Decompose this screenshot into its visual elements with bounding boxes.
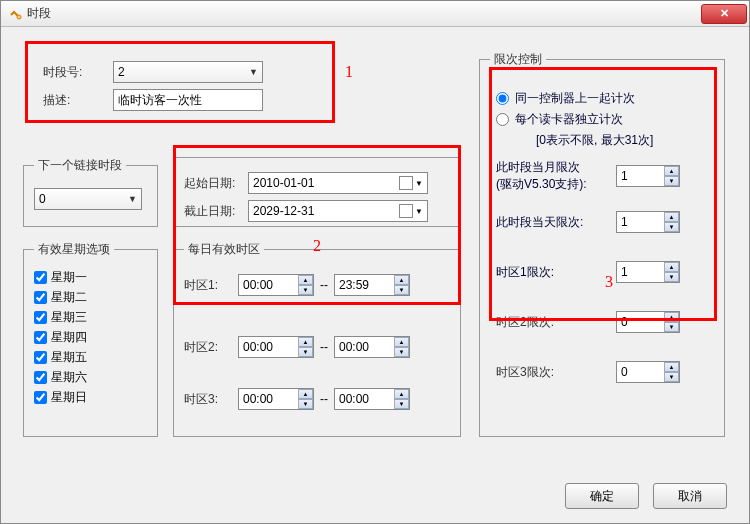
dash: -- <box>320 392 328 406</box>
spin-down-icon[interactable]: ▼ <box>665 372 679 382</box>
tz3-from[interactable]: 00:00▲▼ <box>238 388 314 410</box>
weekday-wed[interactable]: 星期三 <box>34 309 147 326</box>
period-no-value: 2 <box>118 65 125 79</box>
chevron-down-icon: ▼ <box>415 207 423 216</box>
weekday-checkbox[interactable] <box>34 371 47 384</box>
spin-down-icon[interactable]: ▼ <box>299 347 313 357</box>
spin-up-icon[interactable]: ▲ <box>665 312 679 322</box>
limit-hint: [0表示不限, 最大31次] <box>536 132 708 149</box>
tz3-to[interactable]: 00:00▲▼ <box>334 388 410 410</box>
limit-tz1-input[interactable]: 1▲▼ <box>616 261 680 283</box>
spin-up-icon[interactable]: ▲ <box>395 337 409 347</box>
spin-down-icon[interactable]: ▼ <box>395 347 409 357</box>
weekday-checkbox[interactable] <box>34 271 47 284</box>
end-date-label: 截止日期: <box>184 203 248 220</box>
weekday-checkbox[interactable] <box>34 311 47 324</box>
spin-up-icon[interactable]: ▲ <box>665 212 679 222</box>
timezones-group: 每日有效时区 时区1: 00:00▲▼ -- 23:59▲▼ 时区2: 00:0… <box>173 241 461 437</box>
next-link-combo[interactable]: 0 ▼ <box>34 188 142 210</box>
limit-opt-same[interactable]: 同一控制器上一起计次 <box>496 90 708 107</box>
svg-point-0 <box>17 15 21 19</box>
spin-down-icon[interactable]: ▼ <box>665 222 679 232</box>
titlebar: 时段 ✕ <box>1 1 749 27</box>
next-link-group: 下一个链接时段 0 ▼ <box>23 157 158 227</box>
weekday-fri[interactable]: 星期五 <box>34 349 147 366</box>
tz1-to[interactable]: 23:59▲▼ <box>334 274 410 296</box>
tz1-from[interactable]: 00:00▲▼ <box>238 274 314 296</box>
spin-down-icon[interactable]: ▼ <box>299 285 313 295</box>
spin-down-icon[interactable]: ▼ <box>299 399 313 409</box>
spin-up-icon[interactable]: ▲ <box>665 362 679 372</box>
footer: 确定 取消 <box>565 483 727 509</box>
desc-label: 描述: <box>43 92 113 109</box>
annotation-3: 3 <box>605 273 613 291</box>
spin-up-icon[interactable]: ▲ <box>395 275 409 285</box>
start-date-input[interactable]: 2010-01-01 ▼ <box>248 172 428 194</box>
limit-tz3-input[interactable]: 0▲▼ <box>616 361 680 383</box>
dash: -- <box>320 340 328 354</box>
radio[interactable] <box>496 92 509 105</box>
weekday-sat[interactable]: 星期六 <box>34 369 147 386</box>
tz2-label: 时区2: <box>184 339 238 356</box>
period-no-combo[interactable]: 2 ▼ <box>113 61 263 83</box>
tz1-label: 时区1: <box>184 277 238 294</box>
chevron-down-icon: ▼ <box>128 194 137 204</box>
spin-up-icon[interactable]: ▲ <box>395 389 409 399</box>
content: 时段号: 2 ▼ 描述: 下一个链接时段 0 ▼ 有效星期选项 星期一 星期 <box>1 27 749 523</box>
window-title: 时段 <box>27 5 701 22</box>
ok-button[interactable]: 确定 <box>565 483 639 509</box>
spin-up-icon[interactable]: ▲ <box>299 275 313 285</box>
window: 时段 ✕ 时段号: 2 ▼ 描述: 下一个链接时段 0 ▼ <box>0 0 750 524</box>
weekday-sun[interactable]: 星期日 <box>34 389 147 406</box>
spin-up-icon[interactable]: ▲ <box>299 389 313 399</box>
tz3-label: 时区3: <box>184 391 238 408</box>
cancel-button[interactable]: 取消 <box>653 483 727 509</box>
limit-day-label: 此时段当天限次: <box>496 214 616 231</box>
limit-tz2-label: 时区2限次: <box>496 314 616 331</box>
limit-tz3-label: 时区3限次: <box>496 364 616 381</box>
weekday-checkbox[interactable] <box>34 351 47 364</box>
annotation-1: 1 <box>345 63 353 81</box>
spin-up-icon[interactable]: ▲ <box>665 262 679 272</box>
next-link-legend: 下一个链接时段 <box>34 157 126 174</box>
end-date-input[interactable]: 2029-12-31 ▼ <box>248 200 428 222</box>
limit-month-input[interactable]: 1▲▼ <box>616 165 680 187</box>
spin-down-icon[interactable]: ▼ <box>395 285 409 295</box>
weekday-checkbox[interactable] <box>34 291 47 304</box>
chevron-down-icon: ▼ <box>249 67 258 77</box>
app-icon <box>7 6 23 22</box>
next-link-value: 0 <box>39 192 46 206</box>
weekdays-legend: 有效星期选项 <box>34 241 114 258</box>
limit-month-label: 此时段当月限次 (驱动V5.30支持): <box>496 159 616 193</box>
spin-down-icon[interactable]: ▼ <box>665 272 679 282</box>
spin-down-icon[interactable]: ▼ <box>665 322 679 332</box>
close-icon: ✕ <box>720 7 729 20</box>
desc-input[interactable] <box>113 89 263 111</box>
timezones-legend: 每日有效时区 <box>184 241 264 258</box>
start-date-label: 起始日期: <box>184 175 248 192</box>
weekday-checkbox[interactable] <box>34 391 47 404</box>
spin-down-icon[interactable]: ▼ <box>395 399 409 409</box>
limit-day-input[interactable]: 1▲▼ <box>616 211 680 233</box>
limit-tz2-input[interactable]: 0▲▼ <box>616 311 680 333</box>
tz2-to[interactable]: 00:00▲▼ <box>334 336 410 358</box>
spin-up-icon[interactable]: ▲ <box>665 166 679 176</box>
close-button[interactable]: ✕ <box>701 4 747 24</box>
weekday-mon[interactable]: 星期一 <box>34 269 147 286</box>
radio[interactable] <box>496 113 509 126</box>
period-no-label: 时段号: <box>43 64 113 81</box>
weekdays-group: 有效星期选项 星期一 星期二 星期三 星期四 星期五 星期六 星期日 <box>23 241 158 437</box>
limit-legend: 限次控制 <box>490 51 546 68</box>
limit-opt-each[interactable]: 每个读卡器独立计次 <box>496 111 708 128</box>
dash: -- <box>320 278 328 292</box>
dates-group: 起始日期: 2010-01-01 ▼ 截止日期: 2029-12-31 ▼ <box>173 157 461 227</box>
tz2-from[interactable]: 00:00▲▼ <box>238 336 314 358</box>
spin-down-icon[interactable]: ▼ <box>665 176 679 186</box>
limit-tz1-label: 时区1限次: <box>496 264 616 281</box>
weekday-thu[interactable]: 星期四 <box>34 329 147 346</box>
weekday-checkbox[interactable] <box>34 331 47 344</box>
spin-up-icon[interactable]: ▲ <box>299 337 313 347</box>
weekday-tue[interactable]: 星期二 <box>34 289 147 306</box>
annotation-2: 2 <box>313 237 321 255</box>
limit-group: 限次控制 同一控制器上一起计次 每个读卡器独立计次 [0表示不限, 最大31次]… <box>479 51 725 437</box>
